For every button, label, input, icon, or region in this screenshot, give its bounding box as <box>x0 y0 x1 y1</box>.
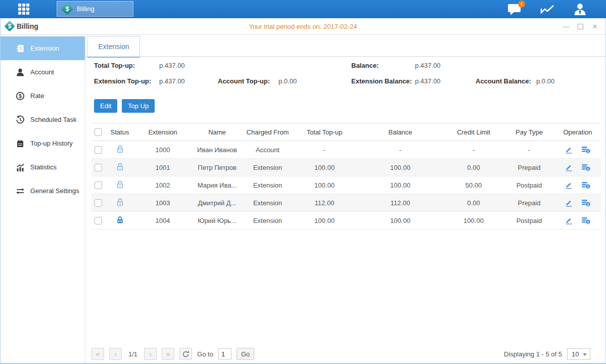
cell-name: Мария Ива... <box>191 176 244 194</box>
cell-credit-limit: 0.00 <box>443 159 504 176</box>
cell-name: Петр Петров <box>191 159 244 176</box>
prev-page-button[interactable]: ‹ <box>109 348 122 360</box>
topup-coins-icon[interactable]: $ <box>581 199 591 207</box>
sidebar-item-rate[interactable]: $ Rate <box>1 84 85 108</box>
sidebar: Extension Account $ Rate <box>1 35 85 363</box>
displaying-text: Displaying 1 - 5 of 5 <box>504 350 562 358</box>
minimize-icon[interactable]: — <box>563 23 570 30</box>
sidebar-item-scheduled-task[interactable]: Scheduled Task <box>1 108 85 131</box>
row-checkbox[interactable] <box>95 199 102 207</box>
cell-charged-from: Extension <box>244 159 292 176</box>
cell-pay-type: Prepaid <box>504 194 554 212</box>
edit-icon[interactable] <box>565 146 573 154</box>
maximize-icon[interactable] <box>578 24 583 29</box>
edit-icon[interactable] <box>565 216 573 224</box>
sidebar-item-account[interactable]: Account <box>1 60 85 84</box>
billing-dollar-diamond-icon: $ <box>62 4 73 15</box>
apps-grid-icon[interactable] <box>18 4 33 15</box>
cell-extension: 1003 <box>135 194 191 212</box>
ledger-icon <box>16 44 25 53</box>
first-page-button[interactable]: « <box>91 348 104 360</box>
page-size-select[interactable]: 10 <box>567 348 590 360</box>
sidebar-item-label: Statistics <box>30 163 57 171</box>
topup-coins-icon[interactable]: $ <box>581 146 591 154</box>
row-checkbox[interactable] <box>95 181 102 189</box>
topup-coins-icon[interactable]: $ <box>581 216 591 224</box>
refresh-button[interactable] <box>179 348 192 360</box>
lock-open-icon[interactable] <box>116 180 124 189</box>
cell-pay-type: Postpaid <box>504 212 554 230</box>
billing-window: $ Billing Your trial period ends on: 201… <box>0 18 606 364</box>
table-row: 1004 Юрий Юрь... Extension 100.00 100.00… <box>91 212 601 230</box>
next-page-button[interactable]: › <box>144 348 157 360</box>
reports-chart-icon[interactable] <box>540 3 555 15</box>
account-topup-value: p.0.00 <box>278 77 297 85</box>
cell-extension: 1002 <box>135 176 191 194</box>
edit-button[interactable]: Edit <box>94 99 117 113</box>
go-button[interactable]: Go <box>237 348 254 360</box>
cell-total-topup: 100.00 <box>292 176 357 194</box>
messages-icon[interactable]: ! <box>507 3 522 16</box>
tab-extension[interactable]: Extension <box>87 36 140 57</box>
table-row: 1001 Петр Петров Extension 100.00 100.00… <box>91 159 601 176</box>
sidebar-item-general-settings[interactable]: General Settings <box>1 179 85 203</box>
notepad-icon <box>16 139 25 148</box>
topup-coins-icon[interactable]: $ <box>581 181 591 189</box>
account-balance-value: p.0.00 <box>536 77 554 85</box>
extension-balance-value: p.437.00 <box>415 77 441 85</box>
tab-strip: Extension <box>85 35 605 57</box>
row-checkbox[interactable] <box>95 146 102 154</box>
topup-button[interactable]: Top Up <box>122 99 155 113</box>
cell-balance: 100.00 <box>357 212 443 230</box>
taskbar-tab-billing[interactable]: $ Billing <box>57 1 133 17</box>
edit-icon[interactable] <box>565 181 573 189</box>
row-checkbox[interactable] <box>95 217 102 224</box>
extensions-table: Status Extension Name Charged From Total… <box>91 123 601 230</box>
window-title-bar: $ Billing Your trial period ends on: 201… <box>1 18 605 35</box>
trial-notice: Your trial period ends on: 2017-02-24 <box>1 23 605 30</box>
edit-icon[interactable] <box>565 163 573 171</box>
select-all-checkbox[interactable] <box>95 128 102 136</box>
sidebar-item-topup-history[interactable]: Top-up History <box>1 131 85 155</box>
sidebar-item-label: Extension <box>30 44 59 52</box>
statistics-icon <box>16 163 25 172</box>
table-row: 1003 Дмитрий Д... Extension 112.00 112.0… <box>91 194 601 212</box>
col-status: Status <box>105 123 135 141</box>
extension-balance-label: Extension Balance: <box>351 77 412 85</box>
cell-pay-type: Prepaid <box>504 159 554 176</box>
lock-open-icon[interactable] <box>116 145 124 153</box>
window-body: Extension Account $ Rate <box>1 35 605 363</box>
cell-credit-limit: 50.00 <box>443 176 504 194</box>
transfer-arrows-icon <box>16 187 25 196</box>
last-page-button[interactable]: » <box>162 348 174 360</box>
close-icon[interactable]: ✕ <box>591 23 598 30</box>
table-row: 1000 Иван Иванов Account - - - - <box>91 141 601 159</box>
window-title: Billing <box>17 22 38 30</box>
tab-label: Extension <box>98 42 129 51</box>
sidebar-item-extension[interactable]: Extension <box>1 36 85 60</box>
cell-credit-limit: - <box>443 141 504 159</box>
topup-coins-icon[interactable]: $ <box>581 163 591 171</box>
cell-balance: - <box>357 141 443 159</box>
sidebar-item-label: General Settings <box>30 187 79 195</box>
lock-open-icon[interactable] <box>116 198 124 206</box>
user-account-icon[interactable] <box>573 3 587 16</box>
cell-charged-from: Extension <box>244 176 292 194</box>
edit-icon[interactable] <box>565 199 573 207</box>
balance-value: p.437.00 <box>415 62 441 69</box>
cell-balance: 100.00 <box>357 176 443 194</box>
lock-closed-icon[interactable] <box>116 215 124 224</box>
svg-text:$: $ <box>19 93 22 99</box>
cell-charged-from: Account <box>244 141 292 159</box>
sidebar-item-label: Rate <box>30 92 44 100</box>
cell-charged-from: Extension <box>244 212 292 230</box>
sidebar-item-statistics[interactable]: Statistics <box>1 155 85 179</box>
cell-total-topup: 100.00 <box>292 159 357 176</box>
goto-page-input[interactable] <box>218 348 231 359</box>
cell-balance: 100.00 <box>357 159 443 176</box>
row-checkbox[interactable] <box>95 164 102 171</box>
page-size-value: 10 <box>572 350 579 358</box>
extension-topup-label: Extension Top-up: <box>94 77 151 85</box>
col-name: Name <box>191 123 244 141</box>
lock-open-icon[interactable] <box>116 162 124 171</box>
